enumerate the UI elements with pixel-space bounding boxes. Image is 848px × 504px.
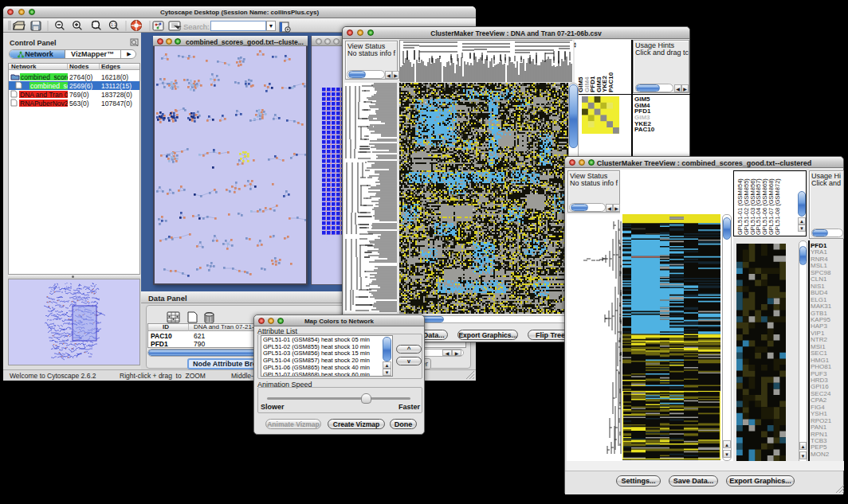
svg-text:GPL51-08 (GSM872): GPL51-08 (GSM872)	[774, 178, 781, 235]
svg-text:1:1: 1:1	[111, 22, 116, 27]
svg-text:PAC10: PAC10	[607, 72, 614, 92]
